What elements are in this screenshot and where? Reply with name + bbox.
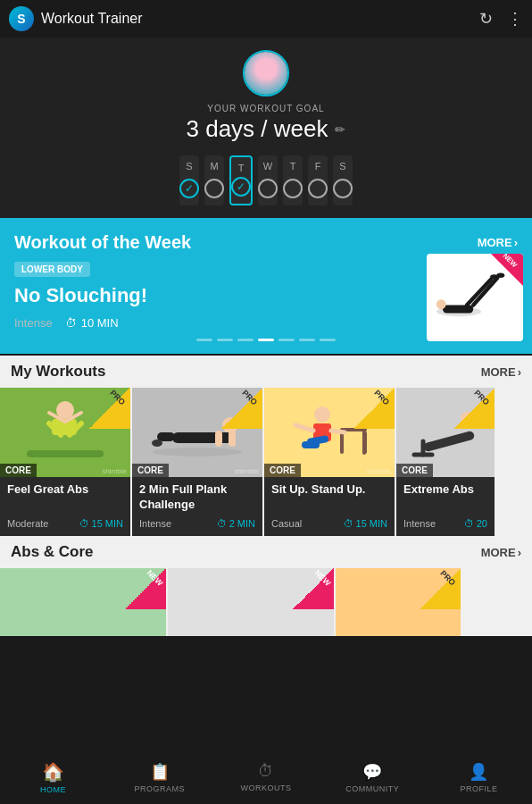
more-menu-button[interactable]: ⋮	[507, 9, 523, 29]
day-label-t1: T	[238, 163, 245, 173]
nav-profile-label: PROFILE	[460, 784, 497, 793]
day-wednesday[interactable]: W	[258, 155, 278, 205]
card-meta-2: Intense ⏱ 2 MIN	[139, 518, 255, 529]
shimble-watermark-1: shimble	[102, 467, 127, 475]
nav-programs[interactable]: 📋 PROGRAMS	[106, 750, 212, 804]
abs-card-1[interactable]: NEW	[0, 568, 166, 636]
community-icon: 💬	[362, 762, 382, 782]
card-difficulty-1: Moderate	[7, 518, 48, 529]
day-label-t2: T	[290, 161, 296, 172]
svg-rect-27	[362, 428, 366, 455]
my-workouts-header: My Workouts MORE ›	[0, 356, 532, 388]
workout-card-3[interactable]: PRO CORE shimble	[264, 388, 395, 536]
refresh-button[interactable]: ↻	[479, 9, 493, 29]
wotw-image[interactable]: NEW	[427, 254, 523, 341]
nav-workouts[interactable]: ⏱ WORKOUTS	[212, 750, 319, 804]
workout-cards-row: PRO CORE shimble Feel Great	[0, 388, 532, 536]
svg-rect-31	[302, 441, 320, 448]
dot-2[interactable]	[217, 339, 233, 341]
edit-goal-icon[interactable]: ✏	[335, 122, 345, 137]
home-icon: 🏠	[42, 761, 64, 783]
nav-workouts-label: WORKOUTS	[241, 783, 292, 792]
day-label-s2: S	[339, 161, 345, 172]
nav-home[interactable]: 🏠 HOME	[0, 750, 106, 804]
dot-3[interactable]	[237, 339, 254, 341]
abs-card-image-1: NEW	[0, 568, 166, 636]
abs-card-3[interactable]: PRO	[336, 568, 461, 636]
card-meta-4: Intense ⏱ 20	[403, 518, 487, 529]
dot-4-active[interactable]	[258, 339, 274, 341]
card-body-4: Extreme Abs Intense ⏱ 20	[396, 477, 495, 536]
svg-point-28	[314, 406, 330, 423]
svg-rect-19	[229, 431, 236, 447]
wotw-header: Workout of the Week MORE ›	[14, 232, 518, 253]
wotw-more-link[interactable]: MORE ›	[478, 236, 518, 249]
day-friday[interactable]: F	[308, 155, 328, 205]
day-label-s1: S	[186, 161, 192, 172]
shimble-watermark-2: shimble	[234, 467, 259, 475]
dot-5[interactable]	[278, 339, 295, 341]
day-sunday[interactable]: S ✓	[179, 155, 199, 205]
workout-card-4[interactable]: PRO CORE Extreme Abs Intense ⏱ 20	[396, 388, 495, 536]
card-name-4: Extreme Abs	[403, 482, 487, 513]
day-check-s1: ✓	[179, 179, 199, 198]
svg-point-6	[496, 273, 504, 278]
workout-goal-value: 3 days / week ✏	[187, 115, 346, 143]
avatar[interactable]	[243, 50, 289, 96]
abs-core-header: Abs & Core MORE ›	[0, 536, 532, 568]
card-name-1: Feel Great Abs	[7, 482, 123, 513]
dot-1[interactable]	[196, 339, 212, 341]
app-title: Workout Trainer	[41, 11, 143, 27]
day-label-w: W	[263, 161, 272, 172]
nav-profile[interactable]: 👤 PROFILE	[426, 750, 532, 804]
day-check-t1: ✓	[231, 177, 251, 197]
top-bar: S Workout Trainer ↻ ⋮	[0, 0, 532, 38]
abs-card-2[interactable]: NEW	[168, 568, 334, 636]
day-tuesday[interactable]: T ✓	[229, 155, 253, 205]
card-image-3: PRO CORE shimble	[264, 388, 395, 477]
card-image-1: PRO CORE shimble	[0, 388, 130, 477]
svg-point-22	[153, 448, 242, 456]
card-label-1: CORE	[0, 464, 37, 477]
card-body-2: 2 Min Full Plank Challenge Intense ⏱ 2 M…	[132, 477, 262, 536]
card-label-3: CORE	[264, 464, 301, 477]
card-difficulty-4: Intense	[403, 518, 436, 529]
card-difficulty-2: Intense	[139, 518, 171, 529]
workout-card-1[interactable]: PRO CORE shimble Feel Great	[0, 388, 130, 536]
avatar-image	[245, 52, 287, 95]
my-workouts-more[interactable]: MORE ›	[481, 365, 521, 379]
programs-icon: 📋	[150, 762, 170, 782]
svg-rect-18	[215, 431, 222, 447]
day-thursday[interactable]: T	[283, 155, 303, 205]
workouts-icon: ⏱	[258, 762, 274, 781]
day-check-m	[204, 179, 224, 198]
abs-core-title: Abs & Core	[11, 543, 94, 561]
abs-core-more[interactable]: MORE ›	[481, 546, 521, 559]
bottom-nav: 🏠 HOME 📋 PROGRAMS ⏱ WORKOUTS 💬 COMMUNITY…	[0, 750, 532, 804]
nav-community[interactable]: 💬 COMMUNITY	[320, 750, 426, 804]
card-body-3: Sit Up. Stand Up. Casual ⏱ 15 MIN	[264, 477, 395, 536]
abs-card-image-2: NEW	[168, 568, 334, 636]
dot-6[interactable]	[299, 339, 315, 341]
card-name-3: Sit Up. Stand Up.	[271, 482, 387, 513]
profile-section: YOUR WORKOUT GOAL 3 days / week ✏ S ✓ M …	[0, 38, 532, 218]
card-time-4: ⏱ 20	[464, 518, 487, 529]
day-check-s2	[333, 179, 353, 198]
dot-7[interactable]	[320, 339, 336, 341]
nav-community-label: COMMUNITY	[345, 784, 399, 793]
workout-card-2[interactable]: PRO CORE shimble 2 Min Fu	[132, 388, 262, 536]
day-check-t2	[283, 179, 303, 198]
day-check-w	[258, 179, 278, 198]
wotw-section: Workout of the Week MORE › LOWER BODY No…	[0, 218, 532, 354]
nav-programs-label: PROGRAMS	[135, 784, 186, 793]
week-days: S ✓ M T ✓ W T F S	[170, 147, 362, 218]
day-monday[interactable]: M	[204, 155, 224, 205]
my-workouts-title: My Workouts	[11, 363, 105, 381]
card-label-2: CORE	[132, 464, 169, 477]
day-saturday[interactable]: S	[333, 155, 353, 205]
abs-cards-preview: NEW NEW PRO	[0, 568, 532, 636]
wotw-title: Workout of the Week	[14, 232, 191, 253]
card-time-1: ⏱ 15 MIN	[79, 518, 123, 529]
day-label-m: M	[210, 161, 218, 172]
top-bar-actions: ↻ ⋮	[479, 9, 523, 29]
